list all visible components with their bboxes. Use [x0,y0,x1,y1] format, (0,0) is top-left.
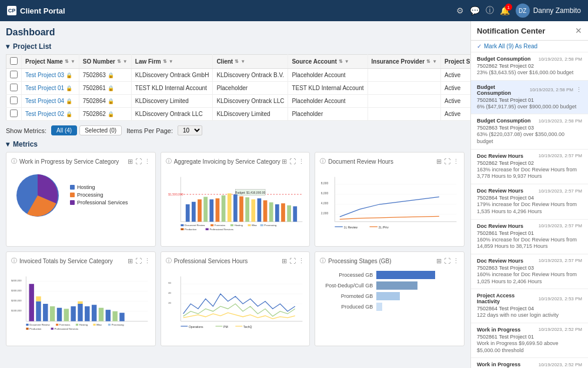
notif-item[interactable]: Work in Progress 10/19/2023, 2:52 PM 750… [471,358,588,368]
source-filter2-icon[interactable]: ▼ [345,59,349,64]
fullscreen-icon2[interactable]: ⛶ [289,158,296,165]
svg-rect-22 [275,204,279,222]
notif-item[interactable]: Project Access Inactivity 10/19/2023, 2:… [471,289,588,323]
svg-rect-74 [85,306,89,321]
more-icon2[interactable]: ⋮ [298,158,305,165]
row-law-firm: KLDiscovery Ontrack LLC [131,108,213,121]
row-checkbox[interactable] [6,82,22,95]
table-row: Test Project 04 🔒 7502864 🔒 KLDiscovery … [6,95,471,108]
select-all-checkbox[interactable] [10,57,18,65]
row-client: KLDiscovery Limited [213,108,288,121]
aggregate-bar-chart: $1,500,000 Budget: $1,416,000.00 [166,169,305,240]
expand-icon5[interactable]: ⊞ [282,257,287,265]
client-filter2-icon[interactable]: ▼ [240,59,245,64]
notif-item-header: Work in Progress 10/19/2023, 2:52 PM [477,362,582,367]
info-icon2: ⓘ [166,157,172,165]
more-icon3[interactable]: ⋮ [453,158,459,165]
mark-all-button[interactable]: ✓ Mark All (9) As Read [471,41,588,52]
client-filter-icon[interactable]: ⇅ [235,59,239,64]
notif-item-header: Doc Review Hours 10/19/2023, 2:57 PM [477,258,582,264]
row-insurance [368,95,441,108]
card-prof-title-text: Professional Services Hours [174,258,248,264]
chat-icon[interactable]: 💬 [470,6,480,15]
svg-rect-10 [203,197,208,221]
card-wip-actions: ⊞ ⛶ ⋮ [128,158,151,165]
more-icon4[interactable]: ⋮ [144,257,151,265]
page-title: Dashboard [6,27,465,38]
more-icon[interactable]: ⋮ [144,158,151,165]
row-checkbox[interactable] [6,69,22,82]
source-filter-icon[interactable]: ⇅ [339,59,343,64]
notif-item-header: Doc Review Hours 10/19/2023, 2:57 PM [477,188,582,194]
svg-rect-88 [108,324,111,326]
svg-rect-90 [26,328,28,330]
notif-item[interactable]: Doc Review Hours 10/19/2023, 2:57 PM 750… [471,184,588,219]
so-filter-icon[interactable]: ⇅ [117,59,121,64]
bell-icon[interactable]: 🔔 1 [500,6,510,15]
processing-color [70,193,75,197]
notif-date: 10/19/2023, 2:57 PM [539,188,582,194]
row-source: Placeholder [288,108,368,121]
more-icon5[interactable]: ⋮ [298,257,305,265]
notif-desc: 160% increase for Doc Review Hours from … [477,271,582,285]
svg-rect-65 [36,301,41,321]
notif-item[interactable]: Budget Consumption 10/19/2023, 2:58 PM ⋮… [471,81,588,115]
notif-desc: 122 days with no user login activity [477,312,582,319]
expand-icon3[interactable]: ⊞ [436,158,442,165]
card-wip-title-text: Work in Progress by Service Category [19,158,119,165]
svg-rect-38 [205,228,208,230]
metrics-section-header[interactable]: ▾ Metrics [6,140,465,148]
fullscreen-icon[interactable]: ⛶ [135,158,142,165]
svg-text:TechQ: TechQ [243,325,252,329]
so-filter2-icon[interactable]: ▼ [123,59,128,64]
card-doc-title-text: Document Review Hours [328,158,393,165]
tab-selected[interactable]: Selected (0) [79,125,122,135]
notif-item[interactable]: Doc Review Hours 10/19/2023, 2:57 PM 750… [471,254,588,289]
notif-so: 7502862 Test Project 02 [477,63,582,69]
project-name-filter-icon[interactable]: ⇅ [65,59,69,64]
svg-rect-7 [185,204,189,222]
notif-date: 10/19/2023, 2:58 PM [539,118,582,124]
project-name-filter2-icon[interactable]: ▼ [71,59,75,64]
row-source: Placeholder Account [288,95,368,108]
insurance-filter2-icon[interactable]: ▼ [432,59,437,64]
expand-icon6[interactable]: ⊞ [436,257,442,265]
more-icon6[interactable]: ⋮ [453,257,459,265]
fullscreen-icon3[interactable]: ⛶ [444,158,450,165]
notif-item-header: Project Access Inactivity 10/19/2023, 2:… [477,293,582,304]
svg-text:$300,000: $300,000 [11,289,22,292]
notif-item[interactable]: Work in Progress 10/19/2023, 2:52 PM 750… [471,323,588,358]
svg-rect-69 [57,308,62,321]
notif-item-header: Work in Progress 10/19/2023, 2:52 PM [477,327,582,333]
wip-chart-container: Hosting Processing Professional Services [11,169,151,222]
notif-item[interactable]: Budget Consumption 10/19/2023, 2:58 PM 7… [471,114,588,149]
fullscreen-icon4[interactable]: ⛶ [135,257,142,265]
fullscreen-icon6[interactable]: ⛶ [444,257,450,265]
notif-item[interactable]: Budget Consumption 10/19/2023, 2:58 PM 7… [471,52,588,81]
svg-rect-70 [64,309,69,321]
lawfirm-filter2-icon[interactable]: ▼ [169,59,173,64]
settings-icon[interactable]: ⚙ [456,6,464,15]
items-per-page-select[interactable]: 10 25 50 [178,125,202,135]
notif-more-icon[interactable]: ⋮ [576,86,582,94]
help-icon[interactable]: ⓘ [486,5,494,16]
notif-item[interactable]: Doc Review Hours 10/19/2023, 2:57 PM 750… [471,150,588,184]
row-checkbox[interactable] [6,95,22,108]
project-table: Project Name⇅▼ SO Number⇅▼ Law Firm⇅▼ Cl… [6,54,470,121]
notif-close-button[interactable]: ✕ [575,26,582,35]
card-aggregate-invoicing: ⓘ Aggregate Invoicing by Service Categor… [161,152,310,247]
row-checkbox[interactable] [6,108,22,121]
insurance-filter-icon[interactable]: ⇅ [426,59,430,64]
lawfirm-filter-icon[interactable]: ⇅ [163,59,167,64]
expand-icon4[interactable]: ⊞ [128,257,133,265]
project-list-header[interactable]: ▾ Project List [6,42,465,51]
notif-item[interactable]: Doc Review Hours 10/19/2023, 2:57 PM 750… [471,220,588,254]
notif-desc: Work in Progress $9,699.50 above $5,000.… [477,340,582,354]
tab-all[interactable]: All (4) [51,125,77,135]
row-so: 7502863 🔒 [79,69,131,82]
svg-text:Production: Production [29,327,42,330]
expand-icon[interactable]: ⊞ [128,158,133,165]
expand-icon2[interactable]: ⊞ [282,158,287,165]
fullscreen-icon5[interactable]: ⛶ [289,257,296,265]
professional-color [70,200,75,205]
